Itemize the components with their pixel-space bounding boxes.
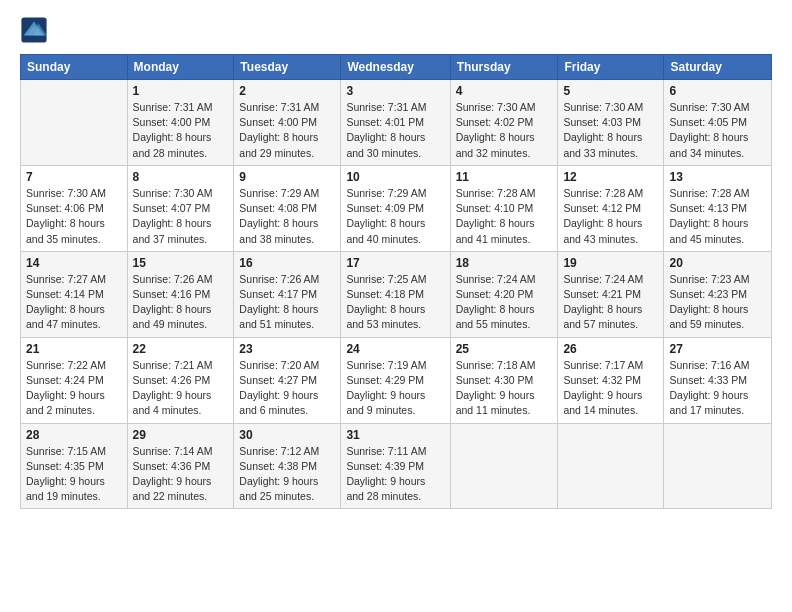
day-info: Sunrise: 7:30 AMSunset: 4:07 PMDaylight:… <box>133 186 229 247</box>
calendar-cell: 10Sunrise: 7:29 AMSunset: 4:09 PMDayligh… <box>341 165 450 251</box>
day-number: 22 <box>133 342 229 356</box>
week-row-5: 28Sunrise: 7:15 AMSunset: 4:35 PMDayligh… <box>21 423 772 509</box>
day-header-thursday: Thursday <box>450 55 558 80</box>
day-number: 28 <box>26 428 122 442</box>
day-number: 7 <box>26 170 122 184</box>
day-number: 10 <box>346 170 444 184</box>
calendar-cell: 12Sunrise: 7:28 AMSunset: 4:12 PMDayligh… <box>558 165 664 251</box>
day-number: 8 <box>133 170 229 184</box>
logo <box>20 16 52 44</box>
day-number: 27 <box>669 342 766 356</box>
day-info: Sunrise: 7:23 AMSunset: 4:23 PMDaylight:… <box>669 272 766 333</box>
week-row-3: 14Sunrise: 7:27 AMSunset: 4:14 PMDayligh… <box>21 251 772 337</box>
day-number: 1 <box>133 84 229 98</box>
calendar-table: SundayMondayTuesdayWednesdayThursdayFrid… <box>20 54 772 509</box>
day-number: 20 <box>669 256 766 270</box>
day-number: 31 <box>346 428 444 442</box>
day-number: 19 <box>563 256 658 270</box>
calendar-cell: 28Sunrise: 7:15 AMSunset: 4:35 PMDayligh… <box>21 423 128 509</box>
calendar-cell: 20Sunrise: 7:23 AMSunset: 4:23 PMDayligh… <box>664 251 772 337</box>
header <box>20 16 772 44</box>
day-number: 5 <box>563 84 658 98</box>
calendar-cell: 26Sunrise: 7:17 AMSunset: 4:32 PMDayligh… <box>558 337 664 423</box>
day-info: Sunrise: 7:31 AMSunset: 4:01 PMDaylight:… <box>346 100 444 161</box>
calendar-cell: 21Sunrise: 7:22 AMSunset: 4:24 PMDayligh… <box>21 337 128 423</box>
day-info: Sunrise: 7:30 AMSunset: 4:05 PMDaylight:… <box>669 100 766 161</box>
calendar-cell: 24Sunrise: 7:19 AMSunset: 4:29 PMDayligh… <box>341 337 450 423</box>
day-info: Sunrise: 7:26 AMSunset: 4:17 PMDaylight:… <box>239 272 335 333</box>
calendar-cell: 27Sunrise: 7:16 AMSunset: 4:33 PMDayligh… <box>664 337 772 423</box>
day-info: Sunrise: 7:31 AMSunset: 4:00 PMDaylight:… <box>239 100 335 161</box>
calendar-cell: 18Sunrise: 7:24 AMSunset: 4:20 PMDayligh… <box>450 251 558 337</box>
calendar-cell <box>664 423 772 509</box>
day-info: Sunrise: 7:30 AMSunset: 4:02 PMDaylight:… <box>456 100 553 161</box>
day-number: 4 <box>456 84 553 98</box>
day-info: Sunrise: 7:30 AMSunset: 4:03 PMDaylight:… <box>563 100 658 161</box>
day-header-wednesday: Wednesday <box>341 55 450 80</box>
day-number: 16 <box>239 256 335 270</box>
calendar-cell: 23Sunrise: 7:20 AMSunset: 4:27 PMDayligh… <box>234 337 341 423</box>
day-number: 17 <box>346 256 444 270</box>
day-info: Sunrise: 7:17 AMSunset: 4:32 PMDaylight:… <box>563 358 658 419</box>
day-header-sunday: Sunday <box>21 55 128 80</box>
calendar-cell: 14Sunrise: 7:27 AMSunset: 4:14 PMDayligh… <box>21 251 128 337</box>
calendar-cell: 4Sunrise: 7:30 AMSunset: 4:02 PMDaylight… <box>450 80 558 166</box>
day-info: Sunrise: 7:25 AMSunset: 4:18 PMDaylight:… <box>346 272 444 333</box>
calendar-cell: 13Sunrise: 7:28 AMSunset: 4:13 PMDayligh… <box>664 165 772 251</box>
calendar-cell: 19Sunrise: 7:24 AMSunset: 4:21 PMDayligh… <box>558 251 664 337</box>
calendar-cell: 16Sunrise: 7:26 AMSunset: 4:17 PMDayligh… <box>234 251 341 337</box>
day-header-tuesday: Tuesday <box>234 55 341 80</box>
day-info: Sunrise: 7:24 AMSunset: 4:21 PMDaylight:… <box>563 272 658 333</box>
calendar-cell: 30Sunrise: 7:12 AMSunset: 4:38 PMDayligh… <box>234 423 341 509</box>
calendar-header: SundayMondayTuesdayWednesdayThursdayFrid… <box>21 55 772 80</box>
week-row-1: 1Sunrise: 7:31 AMSunset: 4:00 PMDaylight… <box>21 80 772 166</box>
day-info: Sunrise: 7:14 AMSunset: 4:36 PMDaylight:… <box>133 444 229 505</box>
day-info: Sunrise: 7:28 AMSunset: 4:10 PMDaylight:… <box>456 186 553 247</box>
day-info: Sunrise: 7:18 AMSunset: 4:30 PMDaylight:… <box>456 358 553 419</box>
calendar-cell: 31Sunrise: 7:11 AMSunset: 4:39 PMDayligh… <box>341 423 450 509</box>
calendar-cell: 29Sunrise: 7:14 AMSunset: 4:36 PMDayligh… <box>127 423 234 509</box>
week-row-2: 7Sunrise: 7:30 AMSunset: 4:06 PMDaylight… <box>21 165 772 251</box>
day-number: 9 <box>239 170 335 184</box>
day-number: 26 <box>563 342 658 356</box>
calendar-cell <box>450 423 558 509</box>
day-info: Sunrise: 7:27 AMSunset: 4:14 PMDaylight:… <box>26 272 122 333</box>
day-number: 15 <box>133 256 229 270</box>
day-info: Sunrise: 7:28 AMSunset: 4:12 PMDaylight:… <box>563 186 658 247</box>
day-number: 24 <box>346 342 444 356</box>
day-header-monday: Monday <box>127 55 234 80</box>
page: SundayMondayTuesdayWednesdayThursdayFrid… <box>0 0 792 612</box>
day-number: 18 <box>456 256 553 270</box>
calendar-cell: 7Sunrise: 7:30 AMSunset: 4:06 PMDaylight… <box>21 165 128 251</box>
day-number: 12 <box>563 170 658 184</box>
calendar-cell: 2Sunrise: 7:31 AMSunset: 4:00 PMDaylight… <box>234 80 341 166</box>
day-info: Sunrise: 7:22 AMSunset: 4:24 PMDaylight:… <box>26 358 122 419</box>
day-info: Sunrise: 7:20 AMSunset: 4:27 PMDaylight:… <box>239 358 335 419</box>
day-info: Sunrise: 7:11 AMSunset: 4:39 PMDaylight:… <box>346 444 444 505</box>
calendar-cell: 6Sunrise: 7:30 AMSunset: 4:05 PMDaylight… <box>664 80 772 166</box>
day-number: 2 <box>239 84 335 98</box>
day-number: 6 <box>669 84 766 98</box>
calendar-cell: 8Sunrise: 7:30 AMSunset: 4:07 PMDaylight… <box>127 165 234 251</box>
day-info: Sunrise: 7:29 AMSunset: 4:09 PMDaylight:… <box>346 186 444 247</box>
calendar-cell: 25Sunrise: 7:18 AMSunset: 4:30 PMDayligh… <box>450 337 558 423</box>
day-number: 11 <box>456 170 553 184</box>
day-number: 3 <box>346 84 444 98</box>
day-number: 25 <box>456 342 553 356</box>
calendar-cell: 11Sunrise: 7:28 AMSunset: 4:10 PMDayligh… <box>450 165 558 251</box>
day-number: 21 <box>26 342 122 356</box>
logo-icon <box>20 16 48 44</box>
day-info: Sunrise: 7:31 AMSunset: 4:00 PMDaylight:… <box>133 100 229 161</box>
day-info: Sunrise: 7:12 AMSunset: 4:38 PMDaylight:… <box>239 444 335 505</box>
day-number: 30 <box>239 428 335 442</box>
day-number: 13 <box>669 170 766 184</box>
day-info: Sunrise: 7:30 AMSunset: 4:06 PMDaylight:… <box>26 186 122 247</box>
calendar-cell: 9Sunrise: 7:29 AMSunset: 4:08 PMDaylight… <box>234 165 341 251</box>
calendar-cell <box>558 423 664 509</box>
day-header-friday: Friday <box>558 55 664 80</box>
week-row-4: 21Sunrise: 7:22 AMSunset: 4:24 PMDayligh… <box>21 337 772 423</box>
header-row: SundayMondayTuesdayWednesdayThursdayFrid… <box>21 55 772 80</box>
day-info: Sunrise: 7:15 AMSunset: 4:35 PMDaylight:… <box>26 444 122 505</box>
day-number: 14 <box>26 256 122 270</box>
calendar-cell: 3Sunrise: 7:31 AMSunset: 4:01 PMDaylight… <box>341 80 450 166</box>
